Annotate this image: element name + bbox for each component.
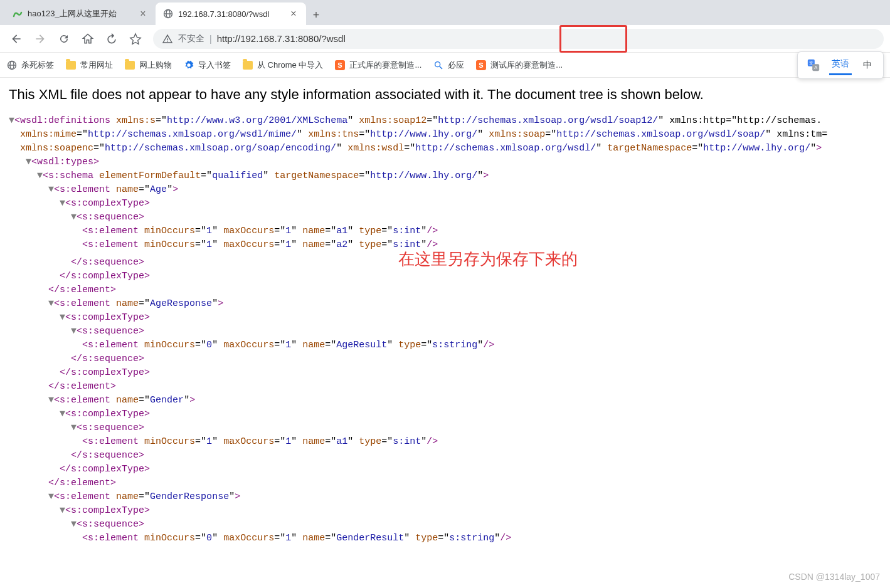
bookmark-label: 正式库的赛意制造... xyxy=(349,60,421,71)
favicon-globe xyxy=(163,9,173,19)
tab-title: hao123_上网从这里开始 xyxy=(28,8,133,19)
translate-lang-active[interactable]: 英语 xyxy=(829,55,852,75)
tab-wsdl[interactable]: 192.168.7.31:8080/?wsdl × xyxy=(156,3,306,25)
bookmark-chrome-import[interactable]: 从 Chrome 中导入 xyxy=(242,60,323,71)
bookmark-label: 杀死标签 xyxy=(21,60,54,71)
bookmark-kill-tab[interactable]: 杀死标签 xyxy=(6,60,54,71)
xml-tree: ▼<wsdl:definitions xmlns:s="http://www.w… xyxy=(9,114,881,545)
toggle-icon[interactable]: ▼ xyxy=(60,312,65,323)
toggle-icon[interactable]: ▼ xyxy=(71,212,77,223)
tab-bar: hao123_上网从这里开始 × 192.168.7.31:8080/?wsdl… xyxy=(0,0,890,25)
toggle-icon[interactable]: ▼ xyxy=(37,171,43,181)
svg-text:S: S xyxy=(479,61,484,69)
folder-icon xyxy=(124,60,135,71)
xml-notice: This XML file does not appear to have an… xyxy=(9,87,881,103)
bookmark-shopping[interactable]: 网上购物 xyxy=(124,60,172,71)
bookmark-label: 测试库的赛意制造... xyxy=(490,60,563,71)
s-icon: S xyxy=(334,60,346,71)
undo-button[interactable] xyxy=(102,29,122,49)
bookmark-label: 从 Chrome 中导入 xyxy=(257,60,323,71)
new-tab-button[interactable]: + xyxy=(306,5,326,25)
svg-text:S: S xyxy=(338,61,342,69)
tab-title: 192.168.7.31:8080/?wsdl xyxy=(178,9,283,19)
favicon-hao123 xyxy=(13,9,23,19)
toggle-icon[interactable]: ▼ xyxy=(71,519,77,530)
toggle-icon[interactable]: ▼ xyxy=(48,395,54,406)
globe-icon xyxy=(6,60,18,71)
folder-icon xyxy=(65,60,77,71)
toggle-icon[interactable]: ▼ xyxy=(26,157,31,167)
tab-hao123[interactable]: hao123_上网从这里开始 × xyxy=(5,3,156,25)
forward-button[interactable] xyxy=(30,29,50,49)
bookmark-import[interactable]: 导入书签 xyxy=(183,60,231,71)
toggle-icon[interactable]: ▼ xyxy=(60,198,65,209)
gear-icon xyxy=(183,60,194,71)
bookmark-label: 常用网址 xyxy=(80,60,113,71)
toggle-icon[interactable]: ▼ xyxy=(71,326,77,337)
page-content: This XML file does not appear to have an… xyxy=(0,78,890,554)
svg-point-8 xyxy=(435,61,440,66)
toggle-icon[interactable]: ▼ xyxy=(60,409,65,419)
reload-button[interactable] xyxy=(54,29,74,49)
bookmark-test-saie[interactable]: S 测试库的赛意制造... xyxy=(475,60,563,71)
url-text: http://192.168.7.31:8080/?wsdl xyxy=(217,33,875,44)
address-bar[interactable]: 不安全 | http://192.168.7.31:8080/?wsdl xyxy=(153,29,884,49)
bookmark-label: 必应 xyxy=(448,60,464,71)
bookmark-label: 导入书签 xyxy=(198,60,231,71)
bookmark-common-sites[interactable]: 常用网址 xyxy=(65,60,113,71)
bookmark-bing[interactable]: 必应 xyxy=(433,60,464,71)
svg-line-9 xyxy=(440,66,442,69)
s-icon: S xyxy=(475,60,487,71)
toggle-icon[interactable]: ▼ xyxy=(60,505,65,516)
annotation-text: 在这里另存为保存下来的 xyxy=(398,249,578,268)
back-button[interactable] xyxy=(6,29,26,49)
toggle-icon[interactable]: ▼ xyxy=(48,298,54,309)
separator: | xyxy=(209,34,212,44)
toggle-icon[interactable]: ▼ xyxy=(48,184,54,195)
bookmark-prod-saie[interactable]: S 正式库的赛意制造... xyxy=(334,60,421,71)
bookmark-label: 网上购物 xyxy=(139,60,172,71)
close-icon[interactable]: × xyxy=(138,9,148,19)
toolbar: 不安全 | http://192.168.7.31:8080/?wsdl xyxy=(0,25,890,53)
translate-lang-other[interactable]: 中 xyxy=(861,56,874,75)
toggle-icon[interactable]: ▼ xyxy=(48,491,54,502)
close-icon[interactable]: × xyxy=(289,9,299,19)
security-label: 不安全 xyxy=(178,33,204,45)
bookmark-star-button[interactable] xyxy=(125,29,146,49)
bookmarks-bar: 杀死标签 常用网址 网上购物 导入书签 从 Chrome 中导入 S 正式库的赛… xyxy=(0,53,890,78)
home-button[interactable] xyxy=(78,29,98,49)
toggle-icon[interactable]: ▼ xyxy=(71,423,77,433)
warning-icon xyxy=(162,33,173,45)
toggle-icon[interactable]: ▼ xyxy=(9,115,14,126)
translate-popup[interactable]: 文A 英语 中 xyxy=(797,51,884,79)
svg-text:文: 文 xyxy=(809,60,813,66)
search-icon xyxy=(433,60,444,71)
translate-icon: 文A xyxy=(807,58,820,72)
folder-icon xyxy=(242,60,253,71)
svg-text:A: A xyxy=(814,65,817,70)
